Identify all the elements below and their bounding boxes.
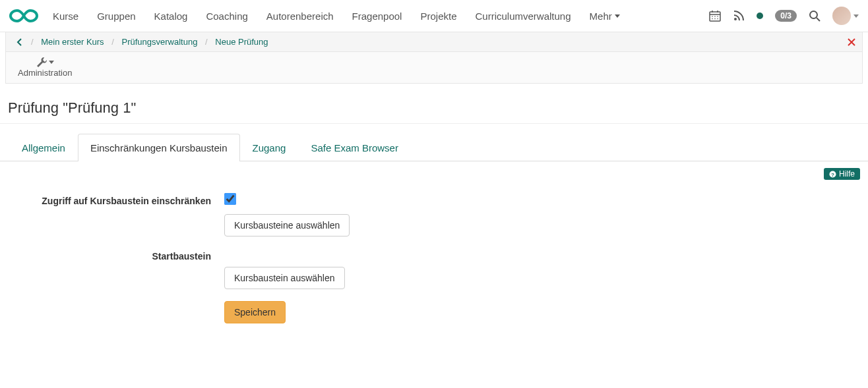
breadcrumb: / Mein erster Kurs / Prüfungsverwaltung …: [26, 37, 268, 47]
help-row: ? Hilfe: [0, 161, 868, 180]
help-label: Hilfe: [839, 169, 855, 179]
notification-badge[interactable]: 0/3: [775, 10, 797, 22]
tab-einschraenkungen[interactable]: Einschränkungen Kursbaustein: [78, 134, 240, 161]
form-row-actions: Speichern: [13, 301, 855, 323]
logo[interactable]: [9, 8, 38, 24]
tab-allgemein[interactable]: Allgemein: [9, 134, 78, 161]
caret-down-icon: [49, 61, 54, 64]
breadcrumb-bar: / Mein erster Kurs / Prüfungsverwaltung …: [5, 32, 863, 52]
wrench-icon: [36, 56, 47, 68]
chevron-left-icon: [16, 38, 22, 46]
svg-point-7: [712, 18, 714, 20]
restrict-label: Zugriff auf Kursbaustein einschränken: [13, 193, 224, 236]
breadcrumb-item-2[interactable]: Neue Prüfung: [215, 37, 268, 47]
svg-point-6: [718, 16, 719, 17]
breadcrumb-back[interactable]: [13, 38, 26, 46]
form: Zugriff auf Kursbaustein einschränken Ku…: [0, 180, 868, 355]
save-button[interactable]: Speichern: [224, 301, 286, 323]
nav-item-katalog[interactable]: Katalog: [154, 11, 188, 22]
rss-icon: [733, 10, 745, 22]
nav-item-fragenpool[interactable]: Fragenpool: [352, 11, 402, 22]
help-icon: ?: [829, 171, 836, 178]
form-row-start-element: Startbaustein Kursbaustein auswählen: [13, 248, 855, 289]
status-indicator: [757, 13, 763, 19]
breadcrumb-separator: /: [106, 37, 119, 47]
breadcrumb-item-0[interactable]: Mein erster Kurs: [41, 37, 104, 47]
caret-down-icon: [853, 14, 859, 18]
start-element-field: Kursbaustein auswählen: [224, 248, 855, 289]
svg-point-5: [715, 16, 716, 17]
infinity-logo-icon: [9, 8, 38, 24]
actions-field: Speichern: [224, 301, 855, 323]
tab-zugang[interactable]: Zugang: [240, 134, 299, 161]
top-nav: Kurse Gruppen Katalog Coaching Autorenbe…: [0, 0, 868, 32]
tab-safe-exam-browser[interactable]: Safe Exam Browser: [298, 134, 411, 161]
svg-point-10: [734, 18, 737, 20]
restrict-field: Kursbausteine auswählen: [224, 193, 855, 236]
svg-point-9: [718, 18, 719, 20]
nav-item-projekte[interactable]: Projekte: [420, 11, 456, 22]
admin-toolbar: Administration: [5, 52, 863, 84]
help-button[interactable]: ? Hilfe: [824, 168, 860, 180]
svg-line-12: [817, 18, 820, 21]
search-button[interactable]: [809, 10, 821, 22]
calendar-button[interactable]: [709, 10, 721, 22]
restrict-checkbox[interactable]: [224, 193, 236, 205]
calendar-icon: [709, 10, 721, 22]
user-menu[interactable]: [832, 7, 859, 25]
nav-item-kurse[interactable]: Kurse: [53, 11, 78, 22]
nav-item-autorenbereich[interactable]: Autorenbereich: [266, 11, 334, 22]
search-icon: [809, 10, 821, 22]
start-element-empty: [224, 248, 855, 267]
topnav-right: 0/3: [709, 7, 859, 25]
tabs: Allgemein Einschränkungen Kursbaustein Z…: [0, 133, 868, 161]
select-element-button[interactable]: Kursbaustein auswählen: [224, 267, 345, 289]
svg-point-4: [712, 16, 714, 17]
nav-item-more[interactable]: Mehr: [590, 11, 620, 22]
svg-text:?: ?: [831, 171, 834, 177]
svg-point-11: [810, 11, 817, 18]
nav-more-label: Mehr: [590, 11, 612, 22]
nav-item-coaching[interactable]: Coaching: [206, 11, 247, 22]
nav-item-gruppen[interactable]: Gruppen: [97, 11, 135, 22]
nav-items: Kurse Gruppen Katalog Coaching Autorenbe…: [53, 11, 620, 22]
form-row-restrict: Zugriff auf Kursbaustein einschränken Ku…: [13, 193, 855, 236]
rss-button[interactable]: [733, 10, 745, 22]
avatar: [832, 7, 851, 25]
close-icon: [848, 38, 855, 46]
administration-menu[interactable]: Administration: [18, 56, 72, 78]
page-title: Prüfung "Prüfung 1": [0, 84, 868, 124]
administration-label: Administration: [18, 68, 72, 78]
nav-item-curriculumverwaltung[interactable]: Curriculumverwaltung: [475, 11, 571, 22]
select-elements-button[interactable]: Kursbausteine auswählen: [224, 214, 350, 236]
breadcrumb-close[interactable]: [848, 38, 855, 46]
breadcrumb-separator: /: [200, 37, 213, 47]
actions-spacer: [13, 301, 224, 323]
breadcrumb-item-1[interactable]: Prüfungsverwaltung: [122, 37, 198, 47]
start-element-label: Startbaustein: [13, 248, 224, 289]
caret-down-icon: [615, 14, 620, 18]
breadcrumb-separator: /: [26, 37, 39, 47]
svg-point-8: [715, 18, 716, 20]
